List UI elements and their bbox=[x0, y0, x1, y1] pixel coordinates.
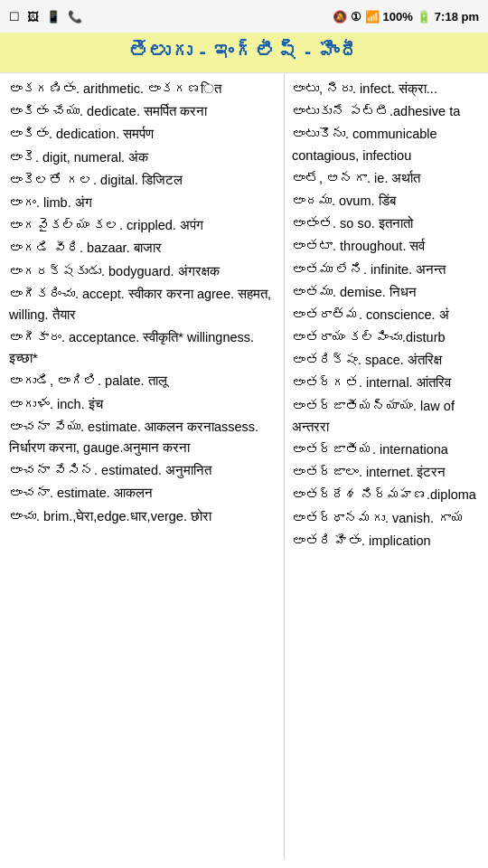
app-title: తెలుగు - ఇంగ్లీష్ - హిందీ bbox=[0, 40, 488, 63]
right-entry-3: అంటే, అనగా. ie. अर्थात bbox=[292, 168, 483, 189]
app-header: తెలుగు - ఇంగ్లీష్ - హిందీ bbox=[0, 33, 488, 73]
right-entry-5: అంతంత. so so. इतनातो bbox=[292, 213, 483, 234]
right-entry-1: అంటుకునే పట్టీ.adhesive ta bbox=[292, 101, 483, 122]
mute-icon: 🔕 bbox=[333, 10, 347, 24]
left-entry-7: అంగడి వీధి. bazaar. बाजार bbox=[9, 238, 277, 259]
right-entry-7: అంతము లేని. infinite. अनन्त bbox=[292, 259, 483, 280]
battery-icon: 🔋 bbox=[417, 10, 431, 24]
right-entry-9: అంతరాత్మ. conscience. अं bbox=[292, 305, 483, 326]
left-entry-1: అంకితం చేయు. dedicate. समर्पित करना bbox=[9, 101, 277, 122]
left-entry-12: అంగుళం. inch. इंच bbox=[9, 394, 277, 415]
sim-icon: ① bbox=[351, 10, 361, 24]
right-entry-0: అంటు, నీరు. infect. संक्रा... bbox=[292, 79, 483, 99]
status-info-right: 🔕 ① 📶 100% 🔋 7:18 pm bbox=[333, 10, 479, 24]
left-entry-8: అంగరక్షకుడు. bodyguard. अंगरक्षक bbox=[9, 261, 277, 282]
signal-icon: 📶 bbox=[365, 10, 380, 24]
right-entry-6: అంతటా. throughout. सर्व bbox=[292, 236, 483, 257]
right-entry-4: అందము. ovum. डिंब bbox=[292, 191, 483, 212]
left-entry-11: అంగుడి, అంగిలి. palate. तालू bbox=[9, 371, 277, 392]
whatsapp-icon: 📱 bbox=[46, 10, 61, 24]
battery-percent: 100% bbox=[383, 10, 413, 24]
image-icon: 🖼 bbox=[27, 10, 39, 24]
phone-icon: 📞 bbox=[68, 10, 82, 24]
left-entry-5: అంగం. limb. अंग bbox=[9, 193, 277, 213]
notification-icon: ☐ bbox=[9, 10, 20, 24]
right-column: అంటు, నీరు. infect. संक्रा...అంటుకునే పట… bbox=[285, 73, 488, 859]
right-entry-17: అంతర్ధానమగు. vanish. గాయ bbox=[292, 508, 483, 529]
left-entry-3: అంకె. digit, numeral. अंक bbox=[9, 147, 277, 168]
content-area: అంకగణితం. arithmetic. అంకగణितఅంకితం చేయు… bbox=[0, 73, 488, 859]
status-bar: ☐ 🖼 📱 📞 🔕 ① 📶 100% 🔋 7:18 pm bbox=[0, 0, 488, 33]
right-entry-18: అంతరి హితం. implication bbox=[292, 531, 483, 552]
right-entry-11: అంతరిక్షం. space. अंतरिक्ष bbox=[292, 350, 483, 371]
left-entry-9: అంగీకరించు. accept. स्वीकार करना agree. … bbox=[9, 284, 277, 326]
status-icons-left: ☐ 🖼 📱 📞 bbox=[9, 10, 82, 24]
left-entry-6: అంగవైకల్యం కల. crippled. अपंग bbox=[9, 215, 277, 236]
clock: 7:18 pm bbox=[435, 10, 479, 24]
left-entry-0: అంకగణితం. arithmetic. అంకగణित bbox=[9, 79, 277, 99]
right-entry-12: అంతర్గత. internal. आंतरिव bbox=[292, 373, 483, 393]
right-entry-10: అంతరాయం కల్పించు.disturb bbox=[292, 327, 483, 348]
right-entry-14: అంతర్జాతీయ. internationa bbox=[292, 439, 483, 460]
left-entry-13: అంచనా వేయు. estimate. आकलन करनाassess. न… bbox=[9, 417, 277, 458]
left-entry-15: అంచనా. estimate. आकलन bbox=[9, 483, 277, 504]
left-entry-16: అంచు. brim.,घेरा,edge.धार,verge. छोरा bbox=[9, 506, 277, 527]
right-entry-2: అంటుకొను. communicable contagious, infec… bbox=[292, 124, 483, 165]
left-entry-10: అంగీకారం. acceptance. स्वीकृति* willingn… bbox=[9, 327, 277, 369]
left-entry-2: అంకితం. dedication. समर्पण bbox=[9, 124, 277, 145]
right-entry-8: అంతము. demise. निधन bbox=[292, 282, 483, 303]
right-entry-16: అంతర్దేశ నిర్మహణ.diploma bbox=[292, 485, 483, 505]
right-entry-13: అంతర్జాతీయన్యాయం. law of अन्तररा bbox=[292, 396, 483, 438]
left-column: అంకగణితం. arithmetic. అంకగణितఅంకితం చేయు… bbox=[0, 73, 285, 859]
left-entry-4: అంకెలతో గల. digital. डिजिटल bbox=[9, 170, 277, 191]
left-entry-14: అంచనా వేసిన. estimated. अनुमानित bbox=[9, 460, 277, 481]
right-entry-15: అంతర్జాలం. internet. इंटरन bbox=[292, 462, 483, 483]
